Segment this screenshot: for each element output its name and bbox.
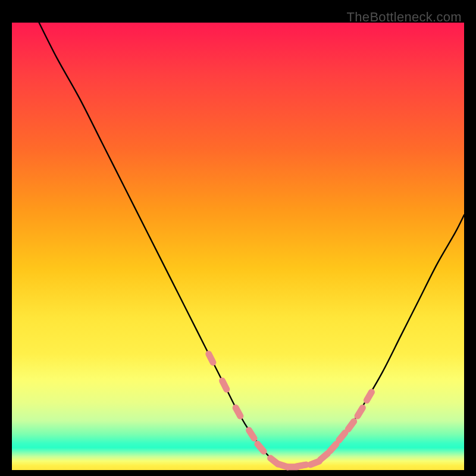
marker-segment (209, 354, 213, 362)
marker-segment (348, 421, 353, 429)
marker-segment (236, 408, 240, 416)
marker-segment (367, 392, 371, 400)
plot-area (12, 23, 464, 470)
marker-segment (297, 465, 306, 466)
curve-markers (209, 354, 372, 467)
curve-svg (12, 23, 464, 470)
marker-segment (320, 453, 327, 459)
marker-segment (258, 444, 264, 451)
marker-segment (223, 381, 227, 389)
marker-segment (358, 408, 362, 416)
bottleneck-curve (39, 23, 464, 467)
marker-segment (249, 430, 255, 439)
marker-segment (339, 433, 345, 440)
chart-frame: TheBottleneck.com (6, 6, 470, 470)
marker-segment (330, 444, 336, 451)
